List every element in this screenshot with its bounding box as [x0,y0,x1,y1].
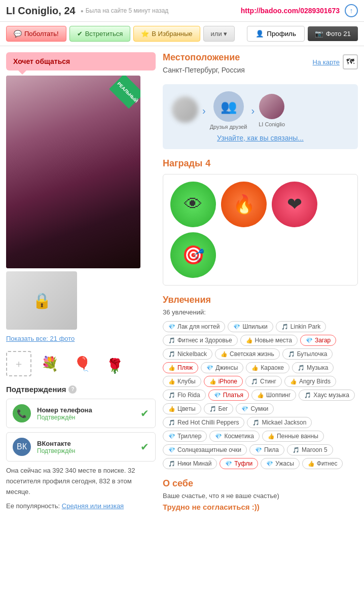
tag-item[interactable]: 👍Шоппинг [251,390,296,401]
tag-item[interactable]: 🎵Mickael Jackson [247,417,312,428]
locked-photo[interactable]: 🔒 [6,271,77,330]
tag-item[interactable]: 🎵Хаус музыка [299,390,354,401]
about-section: О себе Ваше счастье, что я не ваше счаст… [163,478,358,511]
flowers-icon: 💐 [41,356,59,372]
profile-photo[interactable]: РЕАЛЬНЫЙ [6,76,140,268]
tag-icon: 💎 [306,337,313,344]
header: LI Coniglio, 24 Была на сайте 5 минут на… [0,0,364,22]
chat-button[interactable]: 💬 Поболтать! [6,26,66,42]
gift-flowers[interactable]: 💐 [35,349,64,378]
tag-item[interactable]: 💎Шпильки [228,321,273,332]
tag-item[interactable]: 💎Сумки [236,403,274,414]
tag-item[interactable]: 🎵Фитнес и Здоровье [163,335,238,346]
awards-section: Награды 4 👁 🔥 ❤ 🎯 [163,158,358,286]
confirmations-title: Подтверждения ? [6,385,156,394]
tag-icon: 🎵 [298,365,305,371]
tag-item[interactable]: 💎Пила [249,444,284,455]
tag-item[interactable]: 👍Пенные ванны [262,431,324,442]
tag-item[interactable]: 💎Платья [208,390,249,401]
tag-icon: 🎵 [168,461,175,467]
right-column: Местоположение Санкт-Петербург, Россия Н… [163,52,358,518]
tag-icon: 💎 [214,392,221,399]
tag-icon: 👍 [268,433,275,440]
tag-item[interactable]: 💎Триллер [163,431,207,442]
add-gift-button[interactable]: ＋ [6,351,31,376]
tag-icon: 💎 [168,324,175,330]
tag-item[interactable]: 🎵Linkin Park [276,321,326,332]
gift-balloons[interactable]: 🎈 [68,349,96,378]
about-description: Ваше счастье, что я не ваше счастье) [163,492,358,500]
tag-icon: 👍 [168,406,175,412]
my-avatar [172,96,198,123]
photo-tab-button[interactable]: 📷 Фото 21 [308,26,358,41]
tag-item[interactable]: 👍Новые места [240,335,298,346]
phone-check-icon: ✔ [140,407,149,419]
tag-label: Шпильки [242,323,267,330]
gift-rose[interactable]: 🌹 [100,349,129,378]
main-content: Хочет общаться РЕАЛЬНЫЙ 🔒 Показать все: … [0,46,364,524]
award-target[interactable]: 🎯 [170,232,216,278]
tag-icon: 💎 [266,461,273,467]
tag-item[interactable]: 🎵Стинг [245,376,282,387]
tag-label: Косметика [224,433,254,440]
map-link[interactable]: На карте [313,58,340,66]
tag-icon: 🎵 [168,337,175,344]
tag-item[interactable]: 👍Светская жизнь [215,348,280,360]
tag-item[interactable]: 💎Косметика [209,431,260,442]
favorites-button[interactable]: ⭐ В Избранные [133,26,200,42]
tag-icon: 👍 [168,378,175,385]
tag-item[interactable]: 💎Ужасы [261,458,300,469]
vk-icon: ВК [13,438,31,456]
tag-label: Flo Rida [177,392,200,399]
profile-photo-container: РЕАЛЬНЫЙ 🔒 [6,76,156,330]
map-icon[interactable]: 🗺 [343,54,358,69]
phone-confirmation: 📞 Номер телефона Подтверждён ✔ [6,399,156,428]
interests-count: 36 увлечений: [163,308,358,316]
tag-item[interactable]: 👍Караоке [246,362,289,373]
popularity-link[interactable]: Средняя или низкая [62,502,124,510]
location-text: Санкт-Петербург, Россия [163,66,245,74]
show-all-photos-link[interactable]: Показать все: 21 фото [6,335,156,342]
tag-item[interactable]: 👍Клубы [163,376,201,387]
tag-item[interactable]: 💎Загар [300,335,336,346]
info-icon[interactable]: ? [68,385,77,394]
tag-item[interactable]: 💎Лак для ногтей [163,321,225,332]
popularity-text: Ее популярность: Средняя или низкая [6,501,156,512]
tag-item[interactable]: 👍Фитнес [302,458,343,469]
tag-item[interactable]: 🎵Бутылочка [282,348,333,360]
tag-item[interactable]: 🎵Red Hot Chilli Peppers [163,417,244,428]
tag-item[interactable]: 🎵Ники Минай [163,458,217,469]
tag-item[interactable]: 🎵Flo Rida [163,390,206,401]
my-avatar-item [172,96,198,125]
meet-button[interactable]: ✔ Встретиться [69,26,131,42]
tag-item[interactable]: 🎵Бег [204,403,234,414]
award-fire[interactable]: 🔥 [221,182,267,227]
user-avatar-item: LI Coniglio [259,94,285,127]
profile-tab-button[interactable]: 👤 Профиль [247,26,305,42]
tag-item[interactable]: 👍iPhone [204,376,243,387]
upload-button[interactable]: ↑ [345,4,358,17]
tag-item[interactable]: 💎Туфли [220,458,258,469]
tag-icon: 💎 [255,447,262,453]
tag-icon: 🎵 [251,378,258,385]
tag-item[interactable]: 🎵Nickelback [163,348,212,360]
tag-icon: 🎵 [168,419,175,426]
chain-arrow-1: › [202,105,206,117]
or-button[interactable]: или ▾ [203,26,235,42]
tag-item[interactable]: 💎Джинсы [201,362,243,373]
location-title: Местоположение [163,52,245,63]
tag-item[interactable]: 🎵Музыка [292,362,334,373]
balloons-icon: 🎈 [74,356,91,372]
tag-item[interactable]: 👍Цветы [163,403,201,414]
award-eye[interactable]: 👁 [170,182,216,227]
tag-item[interactable]: 💎Солнцезащитные очки [163,444,247,455]
award-heart[interactable]: ❤ [272,182,317,227]
wants-label: Хочет общаться [13,57,70,65]
connect-link[interactable]: Узнайте, как вы связаны... [172,134,349,142]
tag-item[interactable]: 👍Пляж [163,362,198,373]
tag-item[interactable]: 👍Angry Birds [284,376,336,387]
tag-item[interactable]: 🎵Maroon 5 [287,444,333,455]
profile-url[interactable]: http://badoo.com/0289301673 [241,7,340,15]
tag-icon: 💎 [241,406,248,412]
tag-icon: 🎵 [168,351,175,358]
